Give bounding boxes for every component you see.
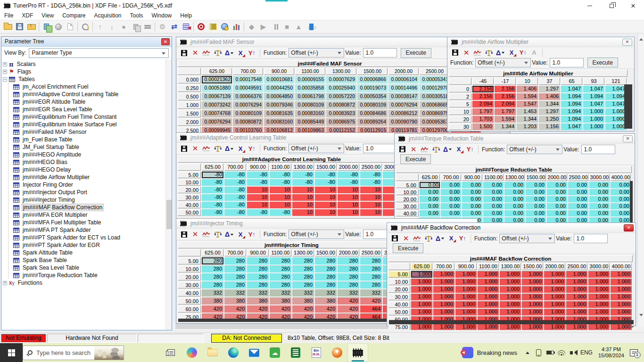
table-cell[interactable]: 280	[270, 273, 291, 280]
table-cell[interactable]: 1.000	[433, 279, 454, 285]
menu-view[interactable]: View	[37, 12, 58, 19]
table-cell[interactable]: 0.00	[568, 182, 588, 188]
table-cell[interactable]: 0.00067139	[202, 93, 232, 100]
parameter-tree-close-button[interactable]: ✕	[161, 38, 170, 45]
row-header[interactable]: 20.00	[178, 273, 201, 280]
table-cell[interactable]: 280	[338, 273, 359, 280]
table-cell[interactable]: 1.000	[611, 294, 632, 300]
table-cell[interactable]: 1.000	[433, 324, 454, 330]
table-cell[interactable]: -80	[224, 187, 246, 193]
table-cell[interactable]: 10	[360, 202, 382, 208]
graph-view-icon[interactable]	[472, 48, 483, 58]
table-cell[interactable]: 0.00007629	[326, 76, 356, 83]
table-cell[interactable]: 0.00	[504, 210, 525, 216]
eject-icon[interactable]: ▲	[293, 21, 305, 33]
table-cell[interactable]: -80	[247, 209, 269, 216]
delta-dropdown-icon[interactable]: Δ	[223, 48, 235, 58]
table-cell[interactable]: 0.00068665	[420, 101, 450, 109]
compare-icon[interactable]	[41, 21, 52, 33]
up-icon[interactable]: ↑	[94, 21, 106, 33]
row-header[interactable]: 20.00	[396, 196, 419, 202]
tree-expander[interactable]: +	[3, 70, 7, 74]
col-header[interactable]: 1500.00	[526, 174, 546, 181]
y-axis-edit-icon[interactable]: Y↑	[246, 144, 257, 154]
file-explorer-button[interactable]	[202, 343, 223, 362]
table-cell[interactable]: 1.000	[544, 324, 565, 330]
start-button[interactable]	[0, 343, 23, 362]
app-titlebar[interactable]: TunerPro RT - 1DGA_256k.bin | XDF File -…	[0, 0, 644, 11]
col-header[interactable]: 900.00	[462, 174, 482, 181]
col-header[interactable]: 1100.00	[295, 68, 325, 75]
tree-item[interactable]: +⚑Flags	[1, 68, 165, 75]
tree-item[interactable]: jm_Accel Enrichment Fuel	[8, 83, 165, 90]
diamond-icon[interactable]: ◆	[246, 21, 257, 33]
table-cell[interactable]: 1.000	[455, 324, 477, 330]
table-cell[interactable]: 0.00021362	[202, 76, 232, 83]
table-cell[interactable]: 1.000	[433, 271, 454, 278]
table-cell[interactable]: 1.000	[566, 294, 587, 300]
table-cell[interactable]: 464	[360, 305, 382, 313]
table-cell[interactable]: 10	[247, 187, 269, 193]
col-header[interactable]: 2500.00	[360, 249, 382, 256]
table-cell[interactable]: 1.797	[495, 108, 516, 115]
execute-button[interactable]: Execute	[587, 58, 618, 67]
table-cell[interactable]: 280	[315, 257, 337, 264]
table-cell[interactable]: 0.00084686	[357, 110, 388, 117]
function-select[interactable]: Offset (+/-)	[507, 145, 562, 154]
table-cell[interactable]: 1.000	[522, 271, 543, 278]
menu-compare[interactable]: Compare	[58, 12, 90, 19]
col-header[interactable]: 625.00	[202, 249, 223, 256]
table-cell[interactable]: 280	[360, 257, 382, 264]
save-icon[interactable]	[389, 233, 400, 243]
table-cell[interactable]: 10	[338, 194, 359, 201]
table-cell[interactable]: 0.00009155	[295, 76, 325, 83]
tree-scrollbar[interactable]	[165, 59, 172, 330]
menu-file[interactable]: File	[0, 12, 17, 19]
table-cell[interactable]: 0.00079346	[264, 101, 294, 109]
table-cell[interactable]: 1.047	[605, 101, 627, 107]
table-cell[interactable]: -80	[338, 172, 359, 178]
table-cell[interactable]: -80	[338, 179, 359, 186]
table-cell[interactable]: 1.000	[588, 309, 610, 315]
pause-icon[interactable]	[269, 21, 281, 33]
table-cell[interactable]: 1.047	[605, 86, 627, 92]
table-cell[interactable]: 1.000	[605, 108, 627, 115]
table-cell[interactable]: 280	[224, 273, 246, 280]
table-cell[interactable]: 0.00066376	[233, 93, 263, 100]
tree-item[interactable]: JM_Fuel Startup Table	[8, 143, 165, 151]
table-cell[interactable]: 280	[270, 257, 291, 264]
row-header[interactable]: 10.00	[178, 179, 201, 186]
table-cell[interactable]: 420	[315, 305, 337, 313]
table-cell[interactable]: 280	[338, 265, 359, 272]
table-cell[interactable]: 0.00	[568, 196, 588, 202]
table-cell[interactable]: 0.00	[568, 203, 588, 209]
col-header[interactable]: 700.00	[233, 68, 263, 75]
row-header[interactable]: 2.000	[178, 118, 201, 126]
col-header[interactable]: 1300.00	[292, 164, 314, 171]
table-cell[interactable]: 0.00014496	[388, 84, 419, 92]
row-header[interactable]: 1.500	[178, 110, 201, 117]
table-cell[interactable]: 0.00	[611, 182, 631, 188]
table-cell[interactable]: 1.000	[566, 309, 587, 315]
table-cell[interactable]: -80	[360, 172, 382, 178]
table-cell[interactable]: 0.00	[526, 189, 546, 195]
col-header[interactable]: 2000.00	[544, 263, 565, 270]
table-cell[interactable]: 1.000	[522, 301, 543, 308]
table-cell[interactable]: 280	[247, 281, 269, 288]
save-icon[interactable]	[396, 144, 408, 154]
table-cell[interactable]: -80	[202, 209, 223, 216]
table-cell[interactable]: 0.00086975	[326, 118, 356, 126]
table-cell[interactable]: 1.000	[566, 301, 587, 308]
delta-dropdown-icon[interactable]: Δ	[434, 233, 446, 243]
table-cell[interactable]: 1.000	[500, 301, 521, 308]
col-header[interactable]: 4000.00	[611, 174, 631, 181]
table-cell[interactable]: 0.00073242	[202, 101, 232, 109]
table-cell[interactable]: 1.297	[539, 86, 560, 92]
row-header[interactable]: 5.00	[388, 271, 410, 278]
menu-help[interactable]: Help	[176, 12, 196, 19]
row-header[interactable]: 0.000	[178, 76, 201, 83]
table-cell[interactable]: 0.00080872	[326, 101, 356, 109]
table-cell[interactable]: 0.00	[547, 203, 567, 209]
table-cell[interactable]: 10	[292, 187, 314, 193]
record-icon[interactable]	[195, 21, 207, 33]
